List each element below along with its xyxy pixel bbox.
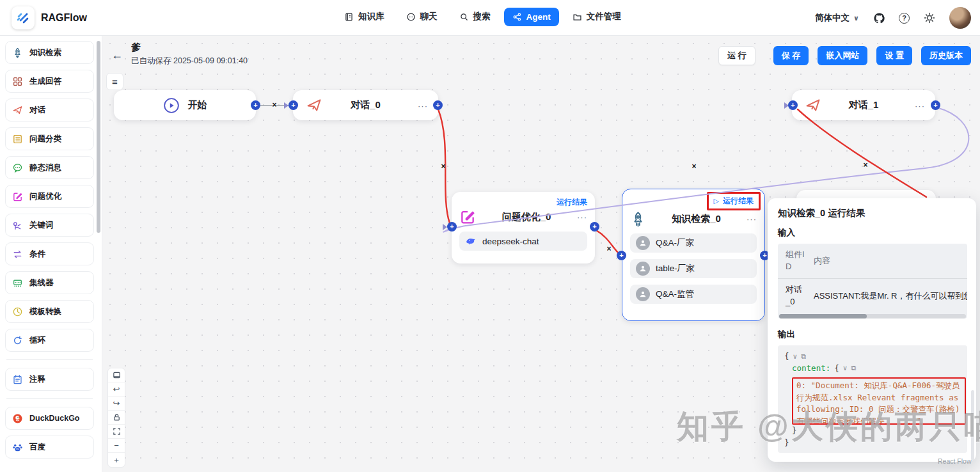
back-button[interactable]: ←: [111, 49, 123, 62]
node-chat0[interactable]: 对话_0 ···: [293, 90, 438, 120]
hscrollbar-thumb[interactable]: [779, 314, 867, 319]
tab-chat[interactable]: 聊天: [398, 6, 446, 27]
zoom-in-button[interactable]: +: [108, 453, 125, 467]
palette-item-keyword[interactable]: 关键词: [5, 214, 94, 237]
edge-delete-x[interactable]: ×: [606, 244, 611, 253]
node-refine[interactable]: 运行结果 问题优化_0 ··· deepseek-chat: [452, 192, 595, 264]
node-title: 对话_1: [849, 99, 879, 111]
palette-label: 知识检索: [29, 47, 61, 58]
panel-scrollbar[interactable]: [971, 390, 974, 460]
palette-item-categorize[interactable]: 问题分类: [5, 127, 94, 150]
brand[interactable]: RAGFlow: [12, 6, 87, 29]
node-more-menu[interactable]: ···: [418, 100, 428, 110]
palette-item-generate[interactable]: 生成回答: [5, 70, 94, 93]
port-start-right[interactable]: +: [251, 100, 260, 110]
flow-canvas[interactable]: ← 爹 已自动保存 2025-05-09 09:01:40 运 行 保 存 嵌入…: [102, 36, 980, 472]
palette-item-refine[interactable]: 问题优化: [5, 185, 94, 208]
tab-file-management[interactable]: 文件管理: [564, 6, 629, 27]
undo-button[interactable]: ↩: [108, 382, 125, 397]
port-retrieval-left[interactable]: +: [617, 251, 626, 260]
copy-icon[interactable]: ⧉: [801, 352, 806, 363]
paper-plane-icon: [12, 105, 23, 116]
minimap-toggle-button[interactable]: [108, 368, 125, 382]
zoom-out-button[interactable]: −: [108, 439, 125, 453]
chat-icon: [406, 12, 416, 22]
edge-delete-x[interactable]: ×: [272, 100, 276, 109]
kb-item: table-厂家: [630, 259, 757, 278]
save-button[interactable]: 保 存: [773, 46, 809, 65]
palette-item-dialogue[interactable]: 对话: [5, 98, 94, 122]
tab-agent[interactable]: Agent: [504, 8, 559, 26]
palette-item-duckduckgo[interactable]: DuckDuckGo: [5, 407, 94, 430]
node-retrieval[interactable]: ▷ 运行结果 知识检索_0 ··· Q&A-厂家 table-厂家 Q&A-监管: [622, 189, 765, 321]
copy-icon[interactable]: ⧉: [851, 363, 856, 374]
palette-label: 对话: [29, 105, 45, 116]
palette-item-retrieval[interactable]: 知识检索: [5, 41, 94, 64]
palette-item-hub[interactable]: 集线器: [5, 271, 94, 294]
sidebar-scrollbar[interactable]: [97, 41, 100, 233]
github-icon[interactable]: [873, 12, 885, 24]
edit-icon: [459, 208, 476, 225]
kb-item: Q&A-监管: [630, 285, 757, 304]
redo-button[interactable]: ↪: [108, 397, 125, 411]
palette-label: 集线器: [29, 278, 54, 288]
minus-icon: −: [114, 441, 119, 450]
palette-item-loop[interactable]: 循环: [5, 329, 94, 352]
node-more-menu[interactable]: ···: [747, 214, 757, 224]
language-selector[interactable]: 简体中文 ∨: [815, 12, 859, 24]
edge-delete-x[interactable]: ×: [441, 162, 445, 171]
edge-delete-x[interactable]: ×: [692, 162, 696, 171]
node-chat1[interactable]: 对话_1 ···: [792, 90, 935, 120]
node-more-menu[interactable]: ···: [577, 212, 587, 222]
canvas-menu-button[interactable]: ≡: [106, 73, 123, 90]
port-chat1-right[interactable]: +: [931, 100, 940, 110]
language-label: 简体中文: [815, 12, 850, 24]
hub-icon: [12, 278, 23, 288]
refine-run-result-link[interactable]: 运行结果: [557, 197, 587, 208]
output-json-viewer[interactable]: { ∨ ⧉ content: { ∨ ⧉ 0: "Document: 知识库-Q…: [778, 345, 967, 453]
run-button[interactable]: 运 行: [718, 46, 755, 65]
port-refine-right[interactable]: +: [590, 222, 599, 232]
palette-item-template[interactable]: 模板转换: [5, 300, 94, 323]
settings-button[interactable]: 设 置: [876, 46, 912, 65]
tab-knowledge-base[interactable]: 知识库: [336, 6, 393, 27]
palette-item-message[interactable]: 静态消息: [5, 156, 94, 179]
palette-item-note[interactable]: 注释: [5, 368, 94, 391]
palette-item-baidu[interactable]: du 百度: [5, 436, 94, 459]
theme-sun-icon[interactable]: [923, 12, 936, 24]
row-component-id: 对话_0: [778, 279, 805, 313]
input-table-hscrollbar[interactable]: [779, 314, 966, 319]
port-chat0-left[interactable]: +: [288, 100, 298, 110]
lock-button[interactable]: [108, 411, 125, 425]
embed-site-button[interactable]: 嵌入网站: [818, 46, 867, 65]
chevron-down-icon: ∨: [853, 14, 859, 22]
help-icon[interactable]: ?: [899, 13, 910, 24]
port-chat0-right[interactable]: +: [433, 100, 443, 110]
tab-search[interactable]: 搜索: [451, 6, 499, 27]
fit-view-button[interactable]: [108, 425, 125, 439]
collapse-chevron-icon[interactable]: ∨: [843, 363, 848, 374]
json-content-brace: {: [834, 363, 839, 375]
model-name: deepseek-chat: [482, 237, 539, 246]
user-avatar[interactable]: [949, 7, 971, 29]
collapse-chevron-icon[interactable]: ∨: [793, 352, 798, 363]
kb-item: Q&A-厂家: [630, 233, 757, 253]
navbar-right: 简体中文 ∨ ?: [815, 0, 971, 36]
node-start[interactable]: 开始: [114, 90, 256, 120]
node-more-menu[interactable]: ···: [915, 100, 925, 110]
deepseek-whale-icon: [465, 235, 477, 247]
reactflow-attribution: React Flow: [938, 457, 972, 465]
duckduckgo-icon: [12, 413, 23, 424]
retrieval-run-result-annotated[interactable]: ▷ 运行结果: [707, 192, 761, 210]
port-refine-left[interactable]: +: [447, 222, 457, 232]
port-chat1-left[interactable]: +: [788, 100, 798, 110]
history-versions-button[interactable]: 历史版本: [921, 46, 971, 65]
edge-arrowhead: [443, 224, 447, 230]
palette-label: DuckDuckGo: [29, 414, 80, 423]
edge-delete-x[interactable]: ×: [863, 161, 867, 169]
kb-name: table-厂家: [656, 263, 695, 274]
tab-label: 搜索: [473, 11, 491, 22]
palette-item-condition[interactable]: 条件: [5, 242, 94, 265]
run-result-label: 运行结果: [723, 196, 754, 207]
edge-hidden-to-chat1: [798, 109, 926, 197]
